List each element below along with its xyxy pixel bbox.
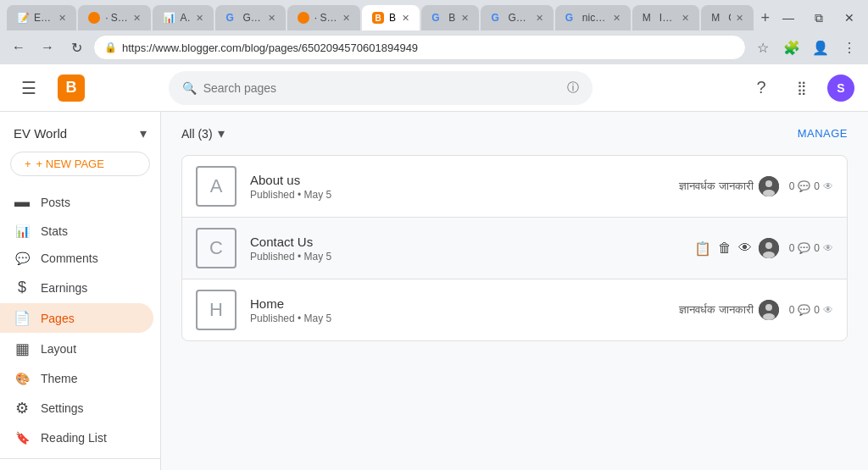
- tab-label-google-acc: Google Acc...: [508, 12, 530, 24]
- profile-button[interactable]: 👤: [809, 36, 832, 59]
- new-tab-button[interactable]: +: [755, 9, 775, 27]
- sidebar-item-earnings[interactable]: $ Earnings: [0, 272, 153, 303]
- info-icon[interactable]: ⓘ: [567, 80, 579, 96]
- page-card-about-us[interactable]: A About us Published • May 5 ज्ञानवर्धक …: [181, 155, 848, 218]
- tab-close-blogger[interactable]: ✕: [402, 13, 409, 24]
- blog-title-row: EV World ▾: [0, 119, 160, 152]
- user-avatar[interactable]: S: [827, 75, 854, 102]
- tab-close-inbox[interactable]: ✕: [682, 13, 689, 24]
- sidebar-item-stats[interactable]: 📊 Stats: [0, 218, 153, 245]
- tab-close-gmail[interactable]: ✕: [736, 13, 743, 24]
- tab-inbox[interactable]: M Inbox (116) ✕: [632, 5, 699, 30]
- page-title-about-us: About us: [250, 173, 665, 187]
- comments-count-home: 0: [789, 304, 795, 316]
- tab-close-google-ads[interactable]: ✕: [268, 13, 275, 24]
- page-info-about-us: About us Published • May 5: [250, 173, 665, 201]
- tab-blogger[interactable]: B Blogger ✕: [362, 5, 420, 30]
- refresh-button[interactable]: ↻: [64, 36, 88, 59]
- sidebar-item-label-pages: Pages: [41, 312, 75, 325]
- header-right: ? ⣿ S: [746, 73, 854, 103]
- tab-favicon-sahaj: [88, 12, 100, 24]
- sidebar-item-label-earnings: Earnings: [41, 281, 87, 295]
- tab-blogger2[interactable]: G Blogger ✕: [421, 5, 479, 30]
- view-icon[interactable]: 👁: [738, 241, 752, 256]
- tab-edit-post[interactable]: 📝 Edit Post 'ਕੀ ✕: [7, 5, 76, 30]
- tab-analytics[interactable]: 📊 Analytics ✕: [153, 5, 214, 30]
- page-initial-about-us: A: [196, 166, 236, 207]
- apps-button[interactable]: ⣿: [787, 73, 817, 103]
- help-button[interactable]: ?: [746, 73, 776, 103]
- author-info-about-us: ज्ञानवर्धक जानकारी: [679, 176, 779, 196]
- restore-button[interactable]: ⧉: [807, 6, 831, 30]
- settings-button[interactable]: ⋮: [837, 36, 861, 59]
- app-shell: ☰ B 🔍 ⓘ ? ⣿ S EV World ▾ + + NEW PAGE: [0, 64, 868, 470]
- comment-icon-home: 💬: [798, 304, 810, 316]
- page-right-home: ज्ञानवर्धक जानकारी 0 💬 0 👁: [679, 300, 833, 320]
- tab-favicon-sahaj2: [298, 12, 309, 24]
- address-bar[interactable]: 🔒 https://www.blogger.com/blog/pages/650…: [93, 35, 746, 60]
- tab-sahaj[interactable]: · Sahaj Gya... ✕: [78, 5, 151, 30]
- page-status-contact-us: Published • May 5: [250, 251, 681, 263]
- tab-google-ads[interactable]: G Google Ad... ✕: [215, 5, 285, 30]
- lock-icon: 🔒: [104, 41, 117, 53]
- reading-list-icon: 🔖: [14, 431, 31, 445]
- tab-close-google-acc[interactable]: ✕: [536, 13, 543, 24]
- sidebar-item-label-stats: Stats: [41, 224, 68, 238]
- tab-close-analytics[interactable]: ✕: [196, 13, 203, 24]
- sidebar-item-posts[interactable]: ▬ Posts: [0, 186, 153, 218]
- page-status-home: Published • May 5: [250, 312, 665, 324]
- manage-button[interactable]: MANAGE: [798, 127, 848, 140]
- extensions-button[interactable]: 🧩: [780, 36, 804, 59]
- page-card-contact-us[interactable]: C Contact Us Published • May 5 📋 🗑 👁: [181, 217, 848, 279]
- tab-label-blogger: Blogger: [389, 12, 397, 24]
- close-button[interactable]: ✕: [837, 6, 861, 30]
- sidebar-item-layout[interactable]: ▦ Layout: [0, 333, 153, 365]
- sidebar-item-pages[interactable]: 📄 Pages: [0, 303, 153, 333]
- tab-close-blogger2[interactable]: ✕: [461, 13, 469, 24]
- tab-close-niche[interactable]: ✕: [613, 13, 620, 24]
- bookmark-button[interactable]: ☆: [751, 36, 775, 59]
- tab-label-gmail: Gmail: [728, 12, 731, 24]
- sidebar-item-theme[interactable]: 🎨 Theme: [0, 365, 153, 392]
- tab-niche[interactable]: G niche kya ho... ✕: [555, 5, 631, 30]
- author-name-about-us: ज्ञानवर्धक जानकारी: [679, 180, 754, 193]
- stats-row-home: 0 💬 0 👁: [789, 304, 833, 316]
- views-icon-contact-us: 👁: [823, 242, 833, 254]
- tab-gmail[interactable]: M Gmail ✕: [701, 5, 754, 30]
- sidebar-divider: [0, 458, 160, 459]
- filter-dropdown-button[interactable]: ▾: [218, 125, 225, 141]
- blog-menu-button[interactable]: ▾: [140, 125, 147, 141]
- views-icon-home: 👁: [823, 304, 833, 316]
- sidebar-item-settings[interactable]: ⚙ Settings: [0, 392, 153, 424]
- tab-label-sahaj2: · Sahaj Gya...: [314, 12, 337, 24]
- back-button[interactable]: ←: [7, 36, 31, 59]
- tab-google-acc[interactable]: G Google Acc... ✕: [481, 5, 553, 30]
- tab-close-sahaj2[interactable]: ✕: [342, 13, 350, 24]
- tab-label-analytics: Analytics: [180, 12, 191, 24]
- sidebar-item-reading-list[interactable]: 🔖 Reading List: [0, 424, 153, 451]
- page-card-home[interactable]: H Home Published • May 5 ज्ञानवर्धक जानक…: [181, 279, 848, 341]
- stats-icon: 📊: [14, 224, 31, 238]
- comments-count-contact-us: 0: [789, 242, 795, 254]
- search-icon: 🔍: [182, 81, 197, 95]
- copy-icon[interactable]: 📋: [694, 241, 711, 257]
- tab-close-edit-post[interactable]: ✕: [58, 13, 66, 24]
- hamburger-menu-button[interactable]: ☰: [14, 73, 44, 103]
- forward-button[interactable]: →: [36, 36, 59, 59]
- blogger-logo: B: [58, 75, 85, 102]
- comments-count-about-us: 0: [789, 180, 795, 192]
- plus-icon: +: [25, 158, 31, 170]
- search-bar-container: 🔍 ⓘ: [169, 71, 593, 105]
- tab-favicon-analytics: 📊: [163, 12, 175, 24]
- view-blog-link[interactable]: ↗ View blog: [0, 466, 160, 470]
- views-count-contact-us: 0: [814, 242, 820, 254]
- tab-favicon-google-acc: G: [491, 12, 503, 24]
- search-input[interactable]: [203, 81, 560, 95]
- new-page-button[interactable]: + + NEW PAGE: [10, 152, 150, 176]
- tab-close-sahaj[interactable]: ✕: [133, 13, 141, 24]
- pages-icon: 📄: [14, 310, 31, 326]
- sidebar-item-comments[interactable]: 💬 Comments: [0, 245, 153, 272]
- delete-icon[interactable]: 🗑: [718, 241, 732, 256]
- tab-sahaj2[interactable]: · Sahaj Gya... ✕: [287, 5, 360, 30]
- minimize-button[interactable]: —: [776, 6, 800, 30]
